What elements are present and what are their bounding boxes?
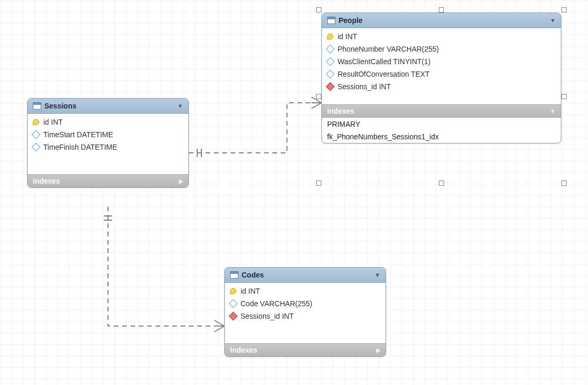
column-row[interactable]: TimeStart DATETIME [28, 128, 188, 141]
column-row[interactable]: id INT [225, 285, 386, 297]
expand-caret-icon[interactable]: ▶ [376, 347, 380, 354]
collapse-caret-icon[interactable]: ▼ [550, 108, 556, 114]
primary-key-icon [230, 288, 236, 294]
column-row[interactable]: WasClientCalled TINYINT(1) [322, 55, 561, 68]
entity-codes[interactable]: Codes ▼ id INT Code VARCHAR(255) Session… [224, 267, 386, 357]
column-label: Code VARCHAR(255) [241, 299, 312, 308]
column-icon [326, 57, 335, 66]
column-row[interactable]: Code VARCHAR(255) [225, 297, 386, 310]
column-label: TimeFinish DATETIME [43, 143, 117, 151]
entity-sessions-columns: id INT TimeStart DATETIME TimeFinish DAT… [28, 114, 188, 174]
column-label: id INT [338, 32, 357, 41]
resize-handle-e[interactable] [561, 94, 567, 99]
index-row[interactable]: PRIMARY [322, 117, 561, 130]
foreign-key-icon [326, 82, 335, 91]
entity-sessions[interactable]: Sessions ▼ id INT TimeStart DATETIME Tim… [27, 98, 189, 188]
column-label: Sessions_id INT [338, 82, 391, 91]
entity-codes-header[interactable]: Codes ▼ [225, 268, 386, 283]
column-row[interactable]: ResultOfConversation TEXT [322, 68, 561, 80]
table-icon [230, 271, 238, 279]
column-icon [32, 143, 41, 152]
resize-handle-nw[interactable] [316, 7, 321, 13]
resize-handle-n[interactable] [439, 7, 444, 13]
column-row[interactable]: Sessions_id INT [225, 310, 386, 322]
primary-key-icon [33, 119, 39, 125]
column-row[interactable]: id INT [322, 30, 561, 43]
column-icon [229, 299, 238, 308]
entity-codes-columns: id INT Code VARCHAR(255) Sessions_id INT [225, 283, 386, 343]
index-name: fk_PhoneNumbers_Sessions1_idx [327, 133, 439, 141]
indexes-section-header[interactable]: Indexes ▶ [28, 174, 188, 187]
indexes-label: Indexes [327, 107, 550, 115]
indexes-label: Indexes [230, 346, 376, 354]
column-label: PhoneNumber VARCHAR(255) [338, 45, 439, 53]
column-icon [32, 130, 41, 139]
collapse-caret-icon[interactable]: ▼ [177, 103, 183, 109]
erd-canvas[interactable]: Sessions ▼ id INT TimeStart DATETIME Tim… [0, 0, 588, 385]
resize-handle-sw[interactable] [316, 181, 321, 186]
resize-handle-ne[interactable] [561, 7, 567, 13]
index-row[interactable]: fk_PhoneNumbers_Sessions1_idx [322, 130, 561, 143]
entity-people-columns: id INT PhoneNumber VARCHAR(255) WasClien… [322, 28, 561, 104]
column-label: id INT [241, 287, 260, 295]
column-row[interactable]: PhoneNumber VARCHAR(255) [322, 43, 561, 55]
column-label: WasClientCalled TINYINT(1) [338, 57, 430, 66]
column-label: id INT [43, 118, 63, 126]
table-icon [327, 17, 335, 24]
entity-people[interactable]: People ▼ id INT PhoneNumber VARCHAR(255)… [321, 13, 561, 143]
primary-key-icon [327, 33, 333, 40]
entity-title: Codes [238, 271, 375, 279]
collapse-caret-icon[interactable]: ▼ [550, 17, 556, 23]
column-label: Sessions_id INT [241, 312, 294, 320]
indexes-label: Indexes [33, 177, 179, 185]
column-icon [326, 45, 335, 54]
entity-title: Sessions [41, 102, 177, 110]
index-name: PRIMARY [327, 120, 361, 128]
expand-caret-icon[interactable]: ▶ [179, 178, 183, 185]
column-label: TimeStart DATETIME [43, 130, 113, 139]
table-icon [33, 102, 41, 110]
column-row[interactable]: TimeFinish DATETIME [28, 141, 188, 153]
resize-handle-s[interactable] [439, 181, 444, 186]
foreign-key-icon [229, 312, 238, 321]
column-row[interactable]: Sessions_id INT [322, 80, 561, 93]
collapse-caret-icon[interactable]: ▼ [375, 272, 380, 278]
column-row[interactable]: id INT [28, 116, 188, 128]
entity-sessions-header[interactable]: Sessions ▼ [28, 99, 188, 114]
column-icon [326, 70, 335, 79]
resize-handle-se[interactable] [561, 181, 567, 186]
column-label: ResultOfConversation TEXT [338, 70, 429, 78]
entity-title: People [335, 16, 550, 25]
resize-handle-w[interactable] [316, 94, 321, 99]
indexes-section-header[interactable]: Indexes ▶ [225, 343, 386, 356]
indexes-section-header[interactable]: Indexes ▼ [322, 104, 561, 117]
entity-people-header[interactable]: People ▼ [322, 13, 561, 28]
